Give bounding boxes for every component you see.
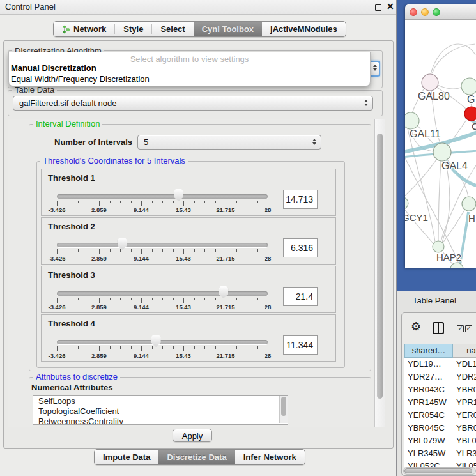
gear-icon[interactable]: ⚙	[411, 319, 421, 333]
column-header-2[interactable]: name	[453, 344, 476, 358]
table-panel-title: Table Panel	[413, 296, 456, 305]
tick	[257, 298, 258, 300]
tick	[247, 201, 247, 203]
tick	[68, 249, 68, 252]
slider-tick-labels: -3.4262.8599.14415.4321.71528	[57, 255, 268, 262]
threshold-slider-track[interactable]	[57, 194, 268, 199]
checkbox-icon[interactable]	[465, 325, 472, 332]
tab-jactivemnodules[interactable]: jActiveMNodules	[262, 22, 346, 36]
threshold-panel-3: Threshold 3-3.4262.8599.14415.4321.71528…	[41, 266, 336, 313]
dropdown-option-equal-width-frequency-discretization[interactable]: Equal Width/Frequency Discretization	[9, 74, 370, 85]
attribute-item[interactable]: SelfLoops	[33, 396, 288, 406]
tick	[183, 298, 184, 303]
threshold-4-slider-thumb[interactable]	[151, 335, 161, 347]
network-node-gcy1[interactable]	[405, 197, 408, 209]
tick-label: 21.715	[210, 303, 242, 311]
tick-label: 28	[252, 255, 284, 262]
table-row[interactable]: YIL052CYIL05	[404, 460, 476, 467]
tick	[247, 298, 247, 300]
tick	[141, 298, 142, 303]
tick	[120, 298, 121, 300]
table-row[interactable]: YER054CYER05	[404, 409, 476, 422]
numerical-attributes-list[interactable]: SelfLoopsTopologicalCoefficientBetweenne…	[33, 395, 288, 425]
table-data-combobox[interactable]: galFiltered.sif default node	[13, 96, 373, 111]
table-cell: YER05	[453, 409, 476, 422]
column-header-1[interactable]: shared…	[404, 344, 453, 358]
number-of-intervals-combobox[interactable]: 5	[137, 135, 321, 150]
table-row[interactable]: YBL079WYBL07	[404, 434, 476, 447]
tick-label: -3.426	[41, 303, 73, 311]
tick-label: 28	[252, 206, 284, 213]
threshold-3-slider-thumb[interactable]	[219, 286, 228, 298]
threshold-4-value-input[interactable]: 11.344	[283, 335, 318, 355]
tick-label: 15.43	[167, 255, 199, 262]
network-node-gal4[interactable]	[433, 143, 451, 161]
tab-infer-network[interactable]: Infer Network	[235, 450, 305, 464]
interval-definition-label: Interval Definition	[33, 119, 102, 128]
threshold-1-value-input[interactable]: 14.713	[283, 190, 318, 209]
tab-style[interactable]: Style	[115, 22, 151, 36]
tab-network[interactable]: Network	[54, 22, 114, 36]
table-scrollbar-thumb[interactable]	[404, 468, 472, 473]
table-row[interactable]: YPR145WYPR14	[404, 396, 476, 409]
tick	[89, 298, 89, 300]
float-window-icon[interactable]	[375, 4, 381, 11]
panel-title: Control Panel	[5, 2, 56, 12]
network-window[interactable]: GAL80GCGAL11GAL4GCY1HHAP2	[405, 4, 476, 268]
tick	[247, 346, 247, 349]
threshold-1-slider-thumb[interactable]	[174, 189, 183, 201]
network-edge	[438, 161, 441, 241]
tab-impute-data[interactable]: Impute Data	[95, 450, 158, 464]
tab-cyni-toolbox[interactable]: Cyni Toolbox	[194, 22, 262, 36]
tab-select[interactable]: Select	[152, 22, 193, 36]
network-node-gal80[interactable]	[422, 74, 438, 91]
threshold-slider-track[interactable]	[57, 243, 268, 247]
node-label-h: H	[468, 213, 475, 224]
attribute-item[interactable]: TopologicalCoefficient	[33, 406, 288, 417]
settings-scrollbar[interactable]	[374, 119, 385, 427]
threshold-slider-track[interactable]	[57, 291, 268, 296]
close-icon[interactable]: ✕	[387, 1, 394, 12]
table-row[interactable]: YDR27…YDR27	[404, 371, 476, 383]
table-row[interactable]: YLR345WYLR34	[404, 447, 476, 460]
tick	[89, 346, 89, 349]
network-node-hap2[interactable]	[433, 241, 444, 252]
tick	[152, 298, 153, 300]
network-node-red[interactable]	[464, 107, 476, 121]
table-row[interactable]: YBR043CYBR04	[404, 383, 476, 396]
close-traffic-light-icon[interactable]	[410, 8, 417, 16]
attribute-item[interactable]: BetweennessCentrality	[33, 417, 288, 425]
attributes-scrollbar[interactable]	[279, 396, 288, 423]
tab-discretize-data[interactable]: Discretize Data	[158, 450, 234, 464]
network-node-h[interactable]	[462, 197, 476, 211]
network-canvas[interactable]: GAL80GCGAL11GAL4GCY1HHAP2	[405, 20, 476, 268]
zoom-traffic-light-icon[interactable]	[433, 8, 440, 16]
table-row[interactable]: YBR045CYBR04	[404, 422, 476, 434]
table-cell: YBR04	[453, 422, 476, 434]
network-node-g[interactable]	[461, 78, 476, 95]
minimize-traffic-light-icon[interactable]	[421, 8, 429, 16]
tick	[131, 346, 132, 349]
threshold-2-slider-thumb[interactable]	[118, 238, 127, 250]
threshold-coordinates-label: Threshold's Coordinates for 5 Intervals	[40, 157, 188, 165]
tick	[141, 346, 142, 351]
apply-button[interactable]: Apply	[173, 429, 212, 442]
threshold-slider-track[interactable]	[57, 340, 268, 344]
threshold-2-value-input[interactable]: 6.316	[283, 238, 318, 257]
settings-scrollbar-thumb[interactable]	[377, 134, 383, 399]
threshold-3-value-input[interactable]: 21.4	[283, 287, 318, 306]
table-row[interactable]: YDL19…YDL19	[404, 358, 476, 371]
tick	[120, 346, 121, 349]
attributes-scrollbar-thumb[interactable]	[281, 397, 286, 416]
dropdown-option-manual-discretization[interactable]: Manual Discretization	[9, 63, 370, 74]
network-node-gal11[interactable]	[405, 112, 419, 129]
stepper-up-icon	[373, 65, 377, 67]
tick-label: 9.144	[125, 303, 157, 311]
node-table[interactable]: shared…name YDL19…YDL19YDR27…YDR27YBR043…	[404, 344, 476, 467]
split-columns-icon[interactable]	[433, 322, 444, 334]
checkbox-icon[interactable]	[457, 325, 464, 332]
table-horizontal-scrollbar[interactable]	[403, 467, 476, 475]
tick	[162, 298, 163, 300]
tick	[236, 298, 237, 300]
tick	[152, 249, 153, 252]
